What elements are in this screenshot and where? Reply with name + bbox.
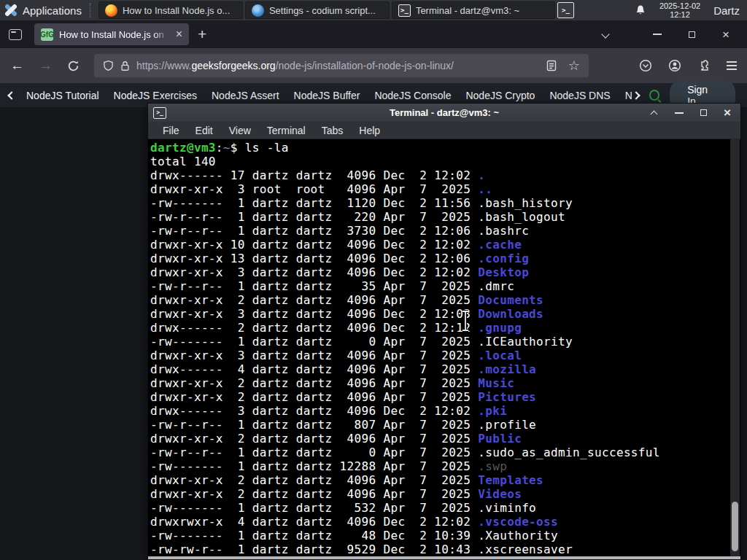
new-tab-button[interactable]: +	[198, 26, 206, 43]
terminal-icon: >_	[398, 4, 411, 17]
firefox-navigation-toolbar: ← → https://www.geeksforgeeks.org/node-j…	[0, 48, 747, 83]
terminal-icon: >_	[153, 107, 166, 119]
browser-window-controls: ×	[603, 28, 738, 41]
maximize-button[interactable]	[700, 109, 707, 116]
applications-label: Applications	[23, 4, 82, 17]
terminal-menu-view[interactable]: View	[221, 125, 259, 136]
toolbar-right-icons	[639, 59, 737, 72]
firefox-tab-bar: GfG How to Install Node.js on × + ×	[0, 20, 747, 48]
terminal-menu-terminal[interactable]: Terminal	[259, 125, 314, 136]
terminal-line: drwxr-xr-x 2 dartz dartz 4096 Apr 7 2025…	[150, 293, 740, 307]
terminal-menu-bar: FileEditViewTerminalTabsHelp	[148, 122, 740, 139]
terminal-line: -rw-r--r-- 1 dartz dartz 807 Apr 7 2025 …	[150, 418, 740, 432]
nav-link-nodejs-console[interactable]: NodeJS Console	[367, 90, 458, 101]
nav-link-nodejs-assert[interactable]: NodeJS Assert	[204, 90, 287, 101]
nav-link-nodejs-dns[interactable]: NodeJS DNS	[542, 90, 617, 101]
terminal-line: drwxr-xr-x 3 root root 4096 Apr 7 2025 .…	[150, 182, 740, 196]
shield-icon[interactable]	[103, 60, 114, 71]
terminal-line: -rw------- 1 dartz dartz 0 Apr 7 2025 .I…	[150, 335, 740, 349]
reader-mode-icon[interactable]	[546, 60, 557, 71]
nav-link-nodejs-exercises[interactable]: NodeJS Exercises	[107, 90, 204, 101]
nav-link-nodejs-buffer[interactable]: NodeJS Buffer	[287, 90, 368, 101]
nav-scroll-left-icon[interactable]	[7, 91, 15, 99]
terminal-bottom-frame	[148, 556, 740, 559]
terminal-menu-help[interactable]: Help	[351, 125, 388, 136]
terminal-menu-tabs[interactable]: Tabs	[314, 125, 352, 136]
search-icon[interactable]	[649, 90, 660, 101]
panel-clock[interactable]: 2025-12-02 12:12	[659, 1, 700, 19]
terminal-line: drwxr-xr-x 13 dartz dartz 4096 Dec 2 12:…	[150, 252, 740, 265]
top-panel: Applications How to Install Node.js o...…	[0, 0, 747, 20]
forward-button[interactable]: →	[39, 58, 53, 74]
terminal-window-controls: ×	[651, 106, 735, 119]
panel-status-area: 2025-12-02 12:12 Dartz	[635, 0, 747, 20]
terminal-line: -rw-r--r-- 1 dartz dartz 220 Apr 7 2025 …	[150, 210, 740, 224]
url-bar[interactable]: https://www.geeksforgeeks.org/node-js/in…	[94, 54, 589, 77]
terminal-line: -rw-r--r-- 1 dartz dartz 3730 Dec 2 12:0…	[150, 224, 740, 238]
nav-link-nodejs-crypto[interactable]: NodeJS Crypto	[458, 90, 542, 101]
minimize-button[interactable]	[653, 34, 662, 35]
terminal-window: >_ Terminal - dartz@vm3: ~ × FileEditVie…	[147, 103, 741, 560]
menu-hamburger-icon[interactable]	[727, 61, 737, 69]
nav-link-nodejs-tutorial[interactable]: NodeJS Tutorial	[19, 90, 107, 101]
clock-date: 2025-12-02	[659, 1, 700, 10]
taskbar-button-terminal[interactable]: >_Terminal - dartz@vm3: ~	[392, 1, 555, 19]
terminal-menu-file[interactable]: File	[155, 125, 187, 136]
terminal-line: drwxr-xr-x 10 dartz dartz 4096 Dec 2 12:…	[150, 238, 740, 252]
applications-menu-button[interactable]: Applications	[0, 0, 88, 20]
terminal-title-bar[interactable]: >_ Terminal - dartz@vm3: ~ ×	[148, 104, 740, 122]
window-taskbar: How to Install Node.js o...Settings - co…	[98, 0, 557, 20]
terminal-line: dartz@vm3:~$ ls -la	[150, 141, 740, 155]
terminal-scrollbar[interactable]	[730, 139, 740, 556]
minimize-button[interactable]	[675, 112, 684, 114]
reload-button[interactable]	[67, 60, 80, 72]
taskbar-label: How to Install Node.js o...	[123, 5, 230, 16]
browser-tab[interactable]: GfG How to Install Node.js on ×	[34, 23, 189, 45]
firefox-view-icon[interactable]	[9, 29, 22, 40]
tray-terminal-icon[interactable]: >_	[557, 2, 574, 18]
pocket-icon[interactable]	[639, 59, 652, 72]
nav-link-node[interactable]: Node	[618, 90, 632, 101]
nav-scroll-right-icon[interactable]	[632, 91, 640, 99]
close-button[interactable]: ×	[724, 106, 731, 119]
terminal-line: drwx------ 2 dartz dartz 4096 Dec 2 12:1…	[150, 321, 740, 335]
panel-username[interactable]: Dartz	[713, 4, 740, 17]
terminal-line: drwxr-xr-x 2 dartz dartz 4096 Apr 7 2025…	[150, 487, 740, 501]
distro-logo-icon	[4, 4, 18, 17]
lock-icon[interactable]	[120, 61, 130, 71]
terminal-line: drwx------ 17 dartz dartz 4096 Dec 2 12:…	[150, 168, 740, 182]
list-all-tabs-icon[interactable]	[603, 31, 610, 38]
notification-bell-icon[interactable]	[635, 4, 646, 16]
close-button[interactable]: ×	[722, 28, 729, 41]
terminal-screen[interactable]: dartz@vm3:~$ ls -latotal 140drwx------ 1…	[148, 139, 740, 556]
tab-close-icon[interactable]: ×	[176, 28, 182, 40]
terminal-line: -rw------- 1 dartz dartz 12288 Apr 7 202…	[150, 459, 740, 473]
maximize-button[interactable]	[689, 31, 695, 38]
account-icon[interactable]	[668, 59, 681, 72]
shade-button[interactable]	[651, 110, 658, 116]
terminal-line: drwxr-xr-x 2 dartz dartz 4096 Apr 7 2025…	[150, 473, 740, 487]
taskbar-label: Terminal - dartz@vm3: ~	[416, 5, 519, 16]
terminal-line: drwxr-xr-x 2 dartz dartz 4096 Apr 7 2025…	[150, 390, 740, 404]
url-path: /node-js/installation-of-node-js-on-linu…	[276, 60, 454, 71]
bookmark-star-icon[interactable]: ☆	[568, 59, 580, 72]
scrollbar-thumb[interactable]	[732, 502, 738, 551]
geeksforgeeks-favicon: GfG	[41, 28, 53, 41]
url-prefix: https://www.	[136, 60, 191, 71]
terminal-menu-edit[interactable]: Edit	[187, 125, 221, 136]
terminal-line: drwxr-xr-x 2 dartz dartz 4096 Apr 7 2025…	[150, 376, 740, 390]
terminal-line: -rw-r--r-- 1 dartz dartz 0 Apr 7 2025 .s…	[150, 446, 740, 459]
terminal-line: drwxr-xr-x 3 dartz dartz 4096 Dec 2 12:0…	[150, 307, 740, 321]
terminal-line: drwxrwxr-x 4 dartz dartz 4096 Dec 2 12:0…	[150, 515, 740, 529]
extension-puzzle-icon[interactable]	[697, 59, 711, 72]
taskbar-button-firefox[interactable]: How to Install Node.js o...	[98, 1, 243, 19]
terminal-line: drwxr-xr-x 3 dartz dartz 4096 Apr 7 2025…	[150, 349, 740, 362]
back-button[interactable]: ←	[10, 58, 24, 74]
terminal-line: -rw------- 1 dartz dartz 532 Apr 7 2025 …	[150, 501, 740, 515]
firefox-icon	[105, 4, 117, 17]
taskbar-button-codium[interactable]: Settings - codium script...	[245, 1, 390, 19]
nav-links: NodeJS TutorialNodeJS ExercisesNodeJS As…	[19, 90, 632, 101]
panel-separator	[90, 3, 95, 18]
terminal-line: -rw-r--r-- 1 dartz dartz 35 Apr 7 2025 .…	[150, 279, 740, 293]
terminal-line: total 140	[150, 155, 740, 168]
